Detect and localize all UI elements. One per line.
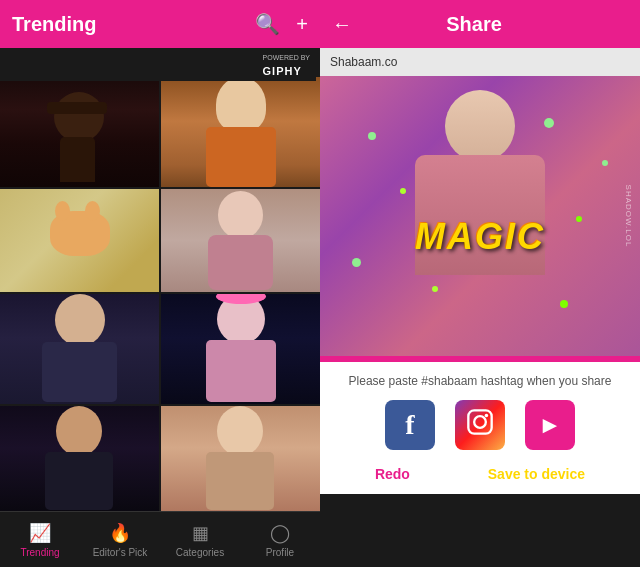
nav-item-editors-pick[interactable]: 🔥 Editor's Pick [80, 516, 160, 564]
instagram-share-button[interactable] [455, 400, 505, 450]
gif-grid [0, 77, 320, 511]
giphy-logo: GIPHY [263, 65, 302, 77]
sparkle [602, 160, 608, 166]
gif-row-3 [0, 294, 320, 404]
gif-row-4 [0, 406, 320, 511]
search-icon[interactable]: 🔍 [255, 12, 280, 36]
gif-cell-4[interactable] [161, 189, 320, 292]
gif-row-2 [0, 189, 320, 292]
trending-icon: 📈 [29, 522, 51, 544]
gif-row-1 [0, 77, 320, 187]
gif-cell-7[interactable] [0, 406, 159, 511]
nav-item-categories[interactable]: ▦ Categories [160, 516, 240, 564]
trending-title: Trending [12, 13, 96, 36]
share-instructions: Please paste #shabaam hashtag when you s… [336, 374, 624, 388]
sparkle [368, 132, 376, 140]
categories-label: Categories [176, 547, 224, 558]
bottom-nav: 📈 Trending 🔥 Editor's Pick ▦ Categories … [0, 511, 320, 567]
share-bottom: Please paste #shabaam hashtag when you s… [320, 362, 640, 494]
profile-label: Profile [266, 547, 294, 558]
gif-cell-2[interactable] [161, 77, 320, 187]
left-header: Trending 🔍 + [0, 0, 320, 48]
save-to-device-button[interactable]: Save to device [488, 466, 585, 482]
gif-cell-6[interactable] [161, 294, 320, 404]
sparkle [576, 216, 582, 222]
right-panel: ← Share Shabaam.co MAGIC [320, 0, 640, 567]
shadow-watermark: SHADOW.LOL [624, 185, 633, 248]
editors-pick-icon: 🔥 [109, 522, 131, 544]
powered-by-giphy: POWERED BY GIPHY [0, 52, 316, 81]
share-title: Share [364, 13, 584, 36]
facebook-share-button[interactable]: f [385, 400, 435, 450]
back-button[interactable]: ← [332, 13, 352, 36]
url-text: Shabaam.co [330, 55, 397, 69]
categories-icon: ▦ [192, 522, 209, 544]
add-icon[interactable]: + [296, 13, 308, 36]
right-header: ← Share [320, 0, 640, 48]
svg-point-2 [485, 414, 489, 418]
profile-icon: ◯ [270, 522, 290, 544]
facebook-icon: f [405, 409, 414, 441]
gif-cell-3[interactable] [0, 189, 159, 292]
header-icons: 🔍 + [255, 12, 308, 36]
nav-item-profile[interactable]: ◯ Profile [240, 516, 320, 564]
redo-button[interactable]: Redo [375, 466, 410, 482]
instagram-icon [466, 408, 494, 442]
send-icon: ► [538, 411, 562, 439]
nav-item-trending[interactable]: 📈 Trending [0, 516, 80, 564]
svg-point-1 [474, 416, 486, 428]
magic-gif[interactable]: MAGIC SHADOW.LOL [320, 76, 640, 356]
left-panel: Trending 🔍 + POWERED BY GIPHY [0, 0, 320, 567]
magic-text: MAGIC [415, 216, 545, 258]
trending-label: Trending [20, 547, 59, 558]
share-actions-row: Redo Save to device [336, 466, 624, 482]
gif-cell-8[interactable] [161, 406, 320, 511]
powered-text: POWERED BY [263, 54, 310, 61]
share-buttons-row: f ► [336, 400, 624, 450]
editors-pick-label: Editor's Pick [93, 547, 148, 558]
svg-rect-0 [468, 410, 491, 433]
gif-cell-1[interactable] [0, 77, 159, 187]
direct-share-button[interactable]: ► [525, 400, 575, 450]
url-bar: Shabaam.co [320, 48, 640, 76]
sparkle [352, 258, 361, 267]
gif-cell-5[interactable] [0, 294, 159, 404]
